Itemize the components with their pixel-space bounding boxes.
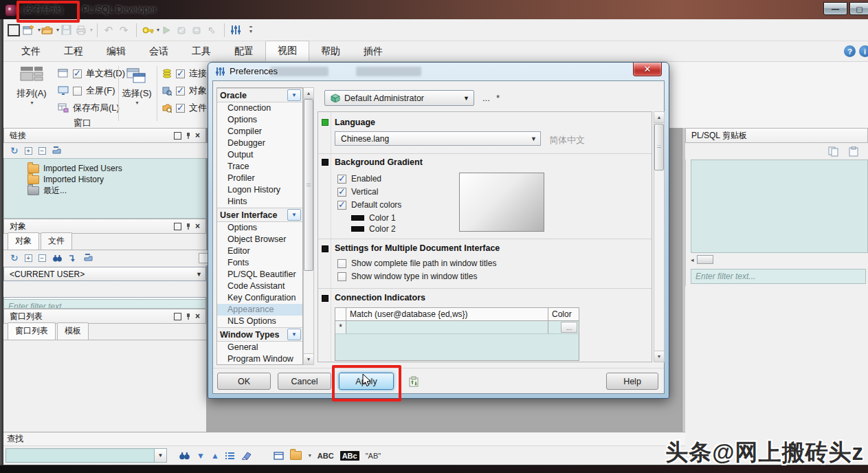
menu-session[interactable]: 会话: [137, 42, 180, 61]
mdi-path-row[interactable]: Show complete file path in window titles: [337, 258, 496, 268]
arrange-button[interactable]: 排列(A) ▾: [15, 66, 48, 106]
preferences-sliders-icon[interactable]: [229, 23, 243, 38]
scroll-down-icon[interactable]: ▼: [304, 353, 313, 364]
nav-item[interactable]: Compiler: [217, 126, 302, 138]
nav-item[interactable]: Editor: [217, 245, 302, 257]
print-icon[interactable]: [74, 23, 88, 38]
select-button[interactable]: 选择(S) ▾: [121, 66, 153, 106]
chevron-down-icon[interactable]: ▼: [287, 329, 301, 340]
nav-item[interactable]: Trace: [217, 161, 302, 173]
whole-word-icon[interactable]: "AB": [366, 452, 381, 460]
nav-item[interactable]: Object Browser: [217, 234, 302, 245]
refresh-icon[interactable]: ↻: [10, 146, 19, 155]
panel-maximize-icon[interactable]: [174, 313, 181, 320]
nav-item[interactable]: General: [217, 342, 302, 353]
panel-close-icon[interactable]: ×: [195, 222, 200, 230]
undo-icon[interactable]: ↶: [102, 23, 115, 38]
logon-key-icon[interactable]: [141, 23, 155, 38]
nav-item-appearance-selected[interactable]: Appearance: [217, 304, 302, 316]
match-case-off-icon[interactable]: ABC: [318, 452, 334, 460]
window-scope-icon[interactable]: [274, 452, 284, 460]
find-previous-icon[interactable]: ▲: [211, 452, 219, 460]
menu-tools[interactable]: 工具: [180, 42, 223, 61]
color-cell[interactable]: ...: [548, 321, 579, 333]
maximize-button[interactable]: ▢: [849, 2, 868, 15]
chevron-down-icon[interactable]: ▼: [287, 209, 301, 221]
commit-icon[interactable]: [175, 23, 188, 38]
panel-pin-icon[interactable]: [186, 132, 191, 140]
info-icon[interactable]: i: [859, 45, 868, 57]
schema-dropdown[interactable]: <CURRENT USER> ▼: [3, 267, 206, 281]
tab-objects[interactable]: 对象: [8, 232, 39, 250]
table-new-row[interactable]: * ...: [335, 321, 579, 334]
enabled-checkbox[interactable]: [337, 175, 346, 184]
tree-item[interactable]: Imported Fixed Users: [4, 163, 205, 174]
folder-scope-caret[interactable]: ▾: [309, 452, 311, 459]
save-icon[interactable]: [59, 23, 73, 38]
help-question-icon[interactable]: ?: [844, 45, 856, 57]
collapse-all-icon[interactable]: −: [38, 147, 46, 155]
break-icon[interactable]: ⇖: [205, 23, 219, 38]
single-doc-checkbox[interactable]: [73, 69, 82, 78]
nav-scrollbar[interactable]: ▲ ▼: [303, 87, 314, 365]
nav-item[interactable]: Output: [217, 149, 302, 161]
execute-icon[interactable]: [159, 23, 173, 38]
color1-row[interactable]: Color 1: [351, 213, 396, 223]
nav-item[interactable]: Debugger: [217, 138, 302, 149]
gradient-vertical-row[interactable]: Vertical: [337, 187, 378, 197]
chevron-down-icon[interactable]: ▼: [287, 89, 301, 101]
color1-swatch[interactable]: [351, 215, 364, 221]
nav-item[interactable]: Logon History: [217, 184, 302, 196]
menu-configure[interactable]: 配置: [223, 42, 265, 61]
ok-button[interactable]: OK: [217, 373, 271, 390]
connections-panel-header[interactable]: 链接 ×: [3, 128, 206, 143]
nav-item[interactable]: Options: [217, 114, 302, 126]
find-binoculars-icon[interactable]: [179, 451, 190, 460]
mdi-type-row[interactable]: Show window type in window titles: [337, 272, 477, 281]
panel-maximize-icon[interactable]: [174, 132, 181, 140]
color2-swatch[interactable]: [351, 226, 364, 232]
nav-item[interactable]: Code Assistant: [217, 280, 302, 292]
content-scrollbar[interactable]: ▲ ▼: [654, 111, 665, 362]
objects-panel-header[interactable]: 对象 ×: [3, 219, 206, 234]
copy-icon[interactable]: [828, 146, 839, 157]
scroll-up-icon[interactable]: ▲: [304, 88, 313, 99]
show-type-checkbox[interactable]: [337, 272, 346, 281]
menu-edit[interactable]: 编辑: [95, 42, 137, 61]
help-button[interactable]: Help: [606, 373, 658, 390]
scroll-up-icon[interactable]: ▲: [654, 112, 664, 123]
find-history-caret[interactable]: ▼: [154, 449, 166, 462]
match-cell[interactable]: [346, 321, 548, 333]
color2-row[interactable]: Color 2: [351, 224, 396, 234]
show-path-checkbox[interactable]: [337, 259, 346, 268]
print-dropdown-caret[interactable]: ▾: [90, 27, 93, 33]
find-next-icon[interactable]: ▼: [197, 452, 205, 460]
nav-item[interactable]: NLS Options: [217, 316, 302, 327]
panel-maximize-icon[interactable]: [174, 223, 181, 230]
files-checkbox[interactable]: [176, 104, 185, 113]
minimize-button[interactable]: —: [823, 2, 847, 15]
scrollbar-thumb[interactable]: [697, 255, 713, 264]
tab-templates[interactable]: 模板: [57, 322, 89, 340]
paste-icon[interactable]: [849, 146, 858, 157]
profile-dropdown[interactable]: Default Administrator ▼: [324, 90, 474, 106]
refresh-icon[interactable]: ↻: [10, 253, 19, 263]
redo-icon[interactable]: ↷: [117, 23, 131, 38]
default-colors-checkbox[interactable]: [337, 201, 346, 210]
dialog-close-button[interactable]: ✕: [633, 63, 662, 76]
eraser-icon[interactable]: [241, 452, 252, 460]
profile-more-button[interactable]: ...: [482, 93, 490, 103]
nav-header-oracle[interactable]: Oracle▼: [217, 88, 302, 102]
folder-scope-icon[interactable]: [290, 451, 302, 460]
new-document-icon[interactable]: [22, 23, 36, 38]
scrollbar-thumb[interactable]: [304, 99, 313, 271]
find-binoculars-icon[interactable]: [52, 254, 63, 262]
tree-item[interactable]: 最近...: [4, 185, 205, 196]
scroll-down-icon[interactable]: ▼: [654, 351, 664, 362]
panel-pin-icon[interactable]: [186, 313, 191, 320]
cancel-button[interactable]: Cancel: [278, 373, 331, 390]
nav-item[interactable]: Hints: [217, 196, 302, 208]
expand-all-icon[interactable]: +: [25, 254, 32, 262]
clipboard-hscrollbar[interactable]: ◂: [691, 254, 868, 265]
menu-plugins[interactable]: 插件: [352, 42, 394, 61]
